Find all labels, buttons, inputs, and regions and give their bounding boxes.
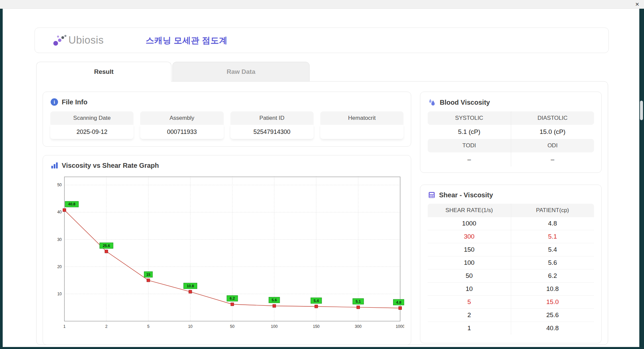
svg-text:50: 50 bbox=[230, 324, 235, 329]
shear-table-row: 1005.6 bbox=[428, 256, 594, 269]
shear-rate-value: 2 bbox=[428, 309, 511, 321]
field-value bbox=[320, 125, 404, 139]
bv-value: – bbox=[511, 152, 594, 166]
field-value: 52547914300 bbox=[230, 125, 314, 139]
bv-label: TODI bbox=[428, 139, 511, 152]
ubiosis-logo-icon bbox=[52, 33, 67, 47]
bv-label: ODI bbox=[511, 139, 594, 152]
shear-viscosity-card: Shear - Viscosity SHEAR RATE(1/s) PATIEN… bbox=[420, 185, 602, 343]
app-title: 스캐닝 모세관 점도계 bbox=[146, 35, 227, 46]
svg-text:100: 100 bbox=[271, 324, 278, 329]
shear-table-row: 515.0 bbox=[428, 296, 594, 309]
shear-rate-value: 300 bbox=[428, 230, 511, 243]
tab-result[interactable]: Result bbox=[36, 62, 171, 82]
bv-header-row: TODIODI bbox=[428, 139, 594, 152]
patient-column-header: PATIENT(cp) bbox=[511, 204, 594, 217]
patient-value: 25.6 bbox=[511, 309, 594, 321]
graph-card: Viscosity vs Shear Rate Graph 1251050100… bbox=[43, 155, 411, 345]
droplet-icon bbox=[428, 98, 436, 107]
shear-table-row: 10004.8 bbox=[428, 217, 594, 230]
svg-text:1000: 1000 bbox=[396, 324, 404, 329]
shear-table-row: 140.8 bbox=[428, 322, 594, 335]
bar-chart-icon bbox=[50, 161, 58, 169]
svg-text:6.2: 6.2 bbox=[230, 296, 235, 300]
brand-name: Ubiosis bbox=[68, 34, 104, 46]
brand-logo: Ubiosis bbox=[52, 33, 104, 47]
blood-viscosity-card: Blood Viscosity SYSTOLICDIASTOLIC5.1 (cP… bbox=[420, 92, 602, 173]
patient-value: 5.4 bbox=[511, 243, 594, 256]
shear-rate-value: 10 bbox=[428, 283, 511, 295]
header-card: Ubiosis 스캐닝 모세관 점도계 bbox=[35, 28, 609, 53]
chart-wrap: 12510501001503001000102030405040.825.615… bbox=[50, 174, 404, 339]
shear-table-header: SHEAR RATE(1/s) PATIENT(cp) bbox=[428, 204, 594, 217]
shear-rate-column-header: SHEAR RATE(1/s) bbox=[428, 204, 511, 217]
window-titlebar: ✕ bbox=[0, 0, 644, 9]
bv-label: SYSTOLIC bbox=[428, 111, 511, 125]
file-info-fields: Scanning Date2025-09-12Assembly000711933… bbox=[50, 111, 404, 139]
svg-text:10: 10 bbox=[57, 292, 62, 296]
shear-table-row: 3005.1 bbox=[428, 230, 594, 243]
patient-value: 5.1 bbox=[511, 230, 594, 243]
patient-value: 5.6 bbox=[511, 256, 594, 269]
patient-value: 15.0 bbox=[511, 296, 594, 308]
viscosity-chart: 12510501001503001000102030405040.825.615… bbox=[50, 174, 404, 337]
right-column: Blood Viscosity SYSTOLICDIASTOLIC5.1 (cP… bbox=[420, 92, 602, 345]
file-info-field: Assembly000711933 bbox=[140, 111, 223, 139]
patient-value: 10.8 bbox=[511, 283, 594, 295]
svg-text:5.1: 5.1 bbox=[356, 299, 361, 303]
field-label: Patient ID bbox=[230, 111, 314, 125]
svg-text:50: 50 bbox=[57, 183, 62, 187]
shear-rate-value: 150 bbox=[428, 243, 511, 256]
bv-value: 15.0 (cP) bbox=[511, 125, 594, 139]
shear-viscosity-title: Shear - Viscosity bbox=[439, 191, 493, 199]
file-info-title: File Info bbox=[62, 98, 88, 106]
svg-text:40.8: 40.8 bbox=[68, 202, 75, 206]
blood-viscosity-table: SYSTOLICDIASTOLIC5.1 (cP)15.0 (cP)TODIOD… bbox=[428, 111, 594, 166]
app-window: Ubiosis 스캐닝 모세관 점도계 Result Raw Data i Fi… bbox=[3, 9, 639, 347]
graph-title: Viscosity vs Shear Rate Graph bbox=[62, 162, 159, 169]
shear-rate-value: 100 bbox=[428, 256, 511, 269]
tab-bar: Result Raw Data bbox=[36, 62, 310, 82]
tab-raw-data[interactable]: Raw Data bbox=[172, 62, 310, 82]
svg-text:15: 15 bbox=[146, 272, 150, 277]
shear-table-row: 1010.8 bbox=[428, 283, 594, 296]
patient-value: 4.8 bbox=[511, 217, 594, 230]
bv-header-row: SYSTOLICDIASTOLIC bbox=[428, 111, 594, 125]
svg-text:4.8: 4.8 bbox=[396, 300, 401, 304]
close-button[interactable]: ✕ bbox=[635, 1, 639, 7]
svg-text:150: 150 bbox=[313, 324, 320, 329]
svg-text:2: 2 bbox=[105, 324, 108, 329]
field-value: 000711933 bbox=[140, 125, 223, 139]
patient-value: 40.8 bbox=[511, 322, 594, 335]
shear-table: SHEAR RATE(1/s) PATIENT(cp) 10004.83005.… bbox=[428, 204, 594, 335]
bv-value: 5.1 (cP) bbox=[428, 125, 511, 139]
shear-table-row: 506.2 bbox=[428, 269, 594, 283]
file-info-field: Scanning Date2025-09-12 bbox=[50, 111, 133, 139]
field-label: Scanning Date bbox=[50, 111, 133, 125]
svg-text:20: 20 bbox=[57, 264, 62, 269]
svg-text:10: 10 bbox=[188, 324, 193, 329]
svg-text:30: 30 bbox=[57, 237, 62, 242]
scrollbar-thumb[interactable] bbox=[640, 101, 643, 120]
result-panel: i File Info Scanning Date2025-09-12Assem… bbox=[36, 81, 608, 345]
svg-text:1: 1 bbox=[63, 324, 66, 329]
svg-text:5.6: 5.6 bbox=[272, 298, 277, 302]
file-info-field: Patient ID52547914300 bbox=[230, 111, 314, 139]
left-column: i File Info Scanning Date2025-09-12Assem… bbox=[43, 92, 411, 345]
patient-value: 6.2 bbox=[511, 269, 594, 282]
shear-table-row: 225.6 bbox=[428, 309, 594, 322]
blood-viscosity-title: Blood Viscosity bbox=[440, 99, 490, 106]
field-label: Hematocrit bbox=[320, 111, 404, 125]
svg-text:5.4: 5.4 bbox=[314, 299, 319, 303]
shear-rate-value: 5 bbox=[428, 296, 511, 308]
shear-rate-value: 1000 bbox=[428, 217, 511, 230]
svg-text:40: 40 bbox=[57, 210, 62, 214]
table-icon bbox=[428, 191, 436, 199]
bv-value-row: 5.1 (cP)15.0 (cP) bbox=[428, 125, 594, 139]
file-info-card: i File Info Scanning Date2025-09-12Assem… bbox=[43, 92, 411, 147]
bv-value-row: –– bbox=[428, 152, 594, 166]
svg-text:10.8: 10.8 bbox=[187, 284, 194, 288]
svg-text:5: 5 bbox=[147, 324, 150, 329]
bv-label: DIASTOLIC bbox=[511, 111, 594, 125]
shear-rate-value: 50 bbox=[428, 269, 511, 282]
